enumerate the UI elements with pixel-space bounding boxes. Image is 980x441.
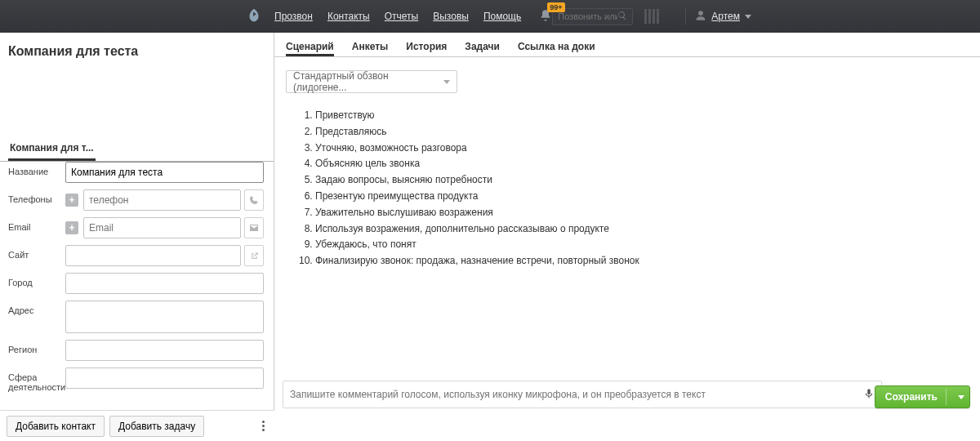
- chevron-down-icon: [443, 80, 450, 84]
- label-city: Город: [8, 273, 65, 287]
- tab-surveys[interactable]: Анкеты: [352, 41, 389, 56]
- more-menu-button[interactable]: [259, 417, 268, 434]
- tab-scenario[interactable]: Сценарий: [286, 41, 334, 56]
- scenario-step: Уважительно выслушиваю возражения: [315, 205, 980, 221]
- label-sphere: Сфера деятельности: [8, 368, 65, 392]
- user-name: Артем: [711, 11, 740, 22]
- send-email-button[interactable]: [244, 217, 264, 238]
- nav-prozvon[interactable]: Прозвон: [274, 11, 313, 22]
- nav-calls[interactable]: Вызовы: [433, 11, 469, 22]
- user-icon: [695, 10, 706, 24]
- nav-help[interactable]: Помощь: [483, 11, 521, 22]
- notifications-button[interactable]: 99+: [539, 9, 552, 24]
- input-address[interactable]: [65, 301, 264, 333]
- nav-contacts[interactable]: Контакты: [327, 11, 370, 22]
- search-icon: [617, 11, 627, 23]
- signal-bars-icon: [644, 9, 659, 24]
- left-panel: Компания для теста Компания для т... Наз…: [0, 33, 274, 410]
- scenario-step: Приветствую: [315, 108, 980, 124]
- page-title: Компания для теста: [0, 33, 274, 59]
- tab-history[interactable]: История: [406, 41, 447, 56]
- right-tabs: Сценарий Анкеты История Задачи Ссылка на…: [274, 33, 980, 57]
- scenario-step: Используя возражения, дополнительно расс…: [315, 221, 980, 238]
- scenario-select-value: Стандартный обзвон (лидогене...: [293, 70, 443, 93]
- open-site-button[interactable]: [244, 245, 264, 266]
- scenario-steps: Приветствую Представляюсь Уточняю, возмо…: [299, 108, 980, 270]
- input-email[interactable]: [83, 217, 241, 238]
- left-footer: Добавить контакт Добавить задачу: [0, 410, 274, 441]
- notifications-badge: 99+: [547, 2, 564, 12]
- scenario-step: Убеждаюсь, что понят: [315, 237, 980, 253]
- top-nav: Прозвон Контакты Отчеты Вызовы Помощь 99…: [0, 0, 980, 33]
- save-button-label: Сохранить: [885, 391, 938, 403]
- add-contact-button[interactable]: Добавить контакт: [7, 416, 105, 437]
- call-button[interactable]: [244, 189, 264, 211]
- user-menu[interactable]: Артем: [695, 10, 751, 24]
- right-panel: Сценарий Анкеты История Задачи Ссылка на…: [274, 33, 980, 410]
- label-site: Сайт: [8, 245, 65, 260]
- input-city[interactable]: [65, 273, 264, 294]
- scenario-step: Задаю вопросы, выясняю потребности: [315, 172, 980, 189]
- tab-docs-link[interactable]: Ссылка на доки: [518, 41, 595, 56]
- microphone-icon[interactable]: [863, 388, 875, 402]
- company-form: Название Телефоны + Email + Сайт Город А…: [0, 158, 274, 410]
- label-address: Адрес: [8, 301, 65, 315]
- scenario-select[interactable]: Стандартный обзвон (лидогене...: [286, 70, 457, 93]
- scenario-step: Презентую преимущества продукта: [315, 189, 980, 205]
- chevron-down-icon: [745, 15, 751, 19]
- search-input[interactable]: [558, 11, 617, 21]
- input-sphere[interactable]: [65, 368, 264, 389]
- scenario-step: Представляюсь: [315, 124, 980, 140]
- scenario-step: Уточняю, возможность разговора: [315, 140, 980, 157]
- scenario-step: Финализирую звонок: продажа, назначение …: [315, 253, 980, 270]
- label-phone: Телефоны: [8, 189, 65, 204]
- add-phone-button[interactable]: +: [65, 194, 78, 207]
- app-logo[interactable]: [245, 4, 263, 29]
- label-name: Название: [8, 162, 65, 176]
- input-phone[interactable]: [83, 189, 241, 211]
- comment-input[interactable]: [290, 389, 863, 400]
- top-nav-links: Прозвон Контакты Отчеты Вызовы Помощь: [274, 11, 521, 22]
- label-email: Email: [8, 217, 65, 232]
- scenario-step: Объясняю цель звонка: [315, 156, 980, 172]
- add-task-button[interactable]: Добавить задачу: [109, 416, 204, 437]
- comment-input-bar: [283, 381, 882, 408]
- left-tab-company[interactable]: Компания для т...: [8, 139, 96, 161]
- add-email-button[interactable]: +: [65, 221, 78, 234]
- input-region[interactable]: [65, 340, 264, 361]
- input-name[interactable]: [65, 162, 264, 183]
- input-site[interactable]: [65, 245, 241, 266]
- label-region: Регион: [8, 340, 65, 354]
- nav-reports[interactable]: Отчеты: [385, 11, 418, 22]
- save-button[interactable]: Сохранить: [875, 385, 970, 408]
- tab-tasks[interactable]: Задачи: [465, 41, 500, 56]
- divider: [685, 8, 686, 24]
- chevron-down-icon: [958, 395, 964, 399]
